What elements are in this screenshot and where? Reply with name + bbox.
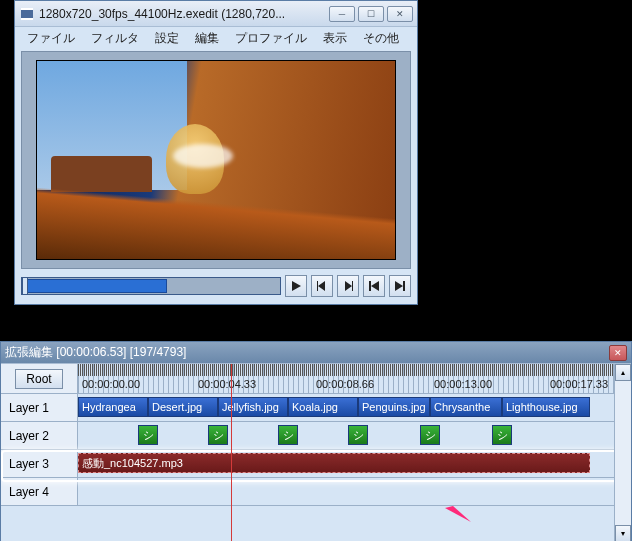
root-button[interactable]: Root bbox=[15, 369, 62, 389]
preview-window: 1280x720_30fps_44100Hz.exedit (1280,720.… bbox=[14, 0, 418, 305]
layer-row: Layer 3感動_nc104527.mp3 bbox=[1, 450, 631, 478]
layer-header[interactable]: Layer 3 bbox=[1, 450, 78, 477]
ruler-tick: 00:00:00.00 bbox=[82, 378, 140, 390]
jump-end-button[interactable] bbox=[389, 275, 411, 297]
preview-area bbox=[21, 51, 411, 269]
layer-row: Layer 2シシシシシシ bbox=[1, 422, 631, 450]
menu-other[interactable]: その他 bbox=[357, 28, 405, 49]
clip-scene[interactable]: シ bbox=[348, 425, 368, 445]
ruler-tick: 00:00:04.33 bbox=[198, 378, 256, 390]
maximize-button[interactable]: ☐ bbox=[358, 6, 384, 22]
clip-scene[interactable]: シ bbox=[492, 425, 512, 445]
clip-img[interactable]: Desert.jpg bbox=[148, 397, 218, 417]
video-preview[interactable] bbox=[36, 60, 396, 260]
menu-settings[interactable]: 設定 bbox=[149, 28, 185, 49]
vertical-scrollbar[interactable]: ▴ ▾ bbox=[614, 364, 631, 541]
seek-head[interactable] bbox=[22, 277, 28, 295]
clip-img[interactable]: Lighthouse.jpg bbox=[502, 397, 590, 417]
app-icon bbox=[19, 6, 35, 22]
seek-bar[interactable] bbox=[21, 277, 281, 295]
preview-titlebar[interactable]: 1280x720_30fps_44100Hz.exedit (1280,720.… bbox=[15, 1, 417, 27]
jump-start-button[interactable] bbox=[363, 275, 385, 297]
clip-img[interactable]: Koala.jpg bbox=[288, 397, 358, 417]
step-forward-button[interactable] bbox=[337, 275, 359, 297]
layer-track[interactable] bbox=[78, 478, 631, 505]
ruler-ticks bbox=[78, 364, 631, 376]
svg-rect-1 bbox=[21, 8, 33, 10]
clip-scene[interactable]: シ bbox=[208, 425, 228, 445]
transport-controls bbox=[21, 271, 411, 301]
clip-scene[interactable]: シ bbox=[420, 425, 440, 445]
minimize-button[interactable]: ─ bbox=[329, 6, 355, 22]
clip-scene[interactable]: シ bbox=[138, 425, 158, 445]
ruler-tick: 00:00:08.66 bbox=[316, 378, 374, 390]
ruler-tick: 00:00:13.00 bbox=[434, 378, 492, 390]
clip-img[interactable]: Penguins.jpg bbox=[358, 397, 430, 417]
clip-img[interactable]: Jellyfish.jpg bbox=[218, 397, 288, 417]
timeline-titlebar[interactable]: 拡張編集 [00:00:06.53] [197/4793] ✕ bbox=[1, 342, 631, 364]
root-cell: Root bbox=[1, 364, 78, 393]
menu-filter[interactable]: フィルタ bbox=[85, 28, 145, 49]
clip-img[interactable]: Chrysanthe bbox=[430, 397, 502, 417]
menubar: ファイル フィルタ 設定 編集 プロファイル 表示 その他 bbox=[15, 27, 417, 49]
ruler-tick: 00:00:17.33 bbox=[550, 378, 608, 390]
seek-progress bbox=[23, 279, 167, 293]
menu-view[interactable]: 表示 bbox=[317, 28, 353, 49]
close-button[interactable]: ✕ bbox=[387, 6, 413, 22]
clip-img[interactable]: Hydrangea bbox=[78, 397, 148, 417]
clip-scene[interactable]: シ bbox=[278, 425, 298, 445]
layer-track[interactable]: 感動_nc104527.mp3 bbox=[78, 450, 631, 477]
step-back-button[interactable] bbox=[311, 275, 333, 297]
preview-title: 1280x720_30fps_44100Hz.exedit (1280,720.… bbox=[39, 7, 329, 21]
time-ruler[interactable]: 00:00:00.00 00:00:04.33 00:00:08.66 00:0… bbox=[78, 364, 631, 393]
timeline-body: Root 00:00:00.00 00:00:04.33 00:00:08.66… bbox=[1, 364, 631, 541]
layer-row: Layer 4 bbox=[1, 478, 631, 506]
menu-file[interactable]: ファイル bbox=[21, 28, 81, 49]
layer-row: Layer 1HydrangeaDesert.jpgJellyfish.jpgK… bbox=[1, 394, 631, 422]
ruler-row: Root 00:00:00.00 00:00:04.33 00:00:08.66… bbox=[1, 364, 631, 394]
layer-header[interactable]: Layer 4 bbox=[1, 478, 78, 505]
layer-header[interactable]: Layer 1 bbox=[1, 394, 78, 421]
timeline-window: 拡張編集 [00:00:06.53] [197/4793] ✕ Root 00:… bbox=[0, 341, 632, 541]
menu-edit[interactable]: 編集 bbox=[189, 28, 225, 49]
layer-track[interactable]: HydrangeaDesert.jpgJellyfish.jpgKoala.jp… bbox=[78, 394, 631, 421]
timeline-close-button[interactable]: ✕ bbox=[609, 345, 627, 361]
svg-rect-2 bbox=[21, 18, 33, 20]
menu-profile[interactable]: プロファイル bbox=[229, 28, 313, 49]
layer-track[interactable]: シシシシシシ bbox=[78, 422, 631, 449]
play-button[interactable] bbox=[285, 275, 307, 297]
layer-header[interactable]: Layer 2 bbox=[1, 422, 78, 449]
clip-audio[interactable]: 感動_nc104527.mp3 bbox=[78, 453, 590, 473]
scroll-down-button[interactable]: ▾ bbox=[615, 525, 631, 541]
timeline-title: 拡張編集 [00:00:06.53] [197/4793] bbox=[5, 344, 609, 361]
scroll-up-button[interactable]: ▴ bbox=[615, 364, 631, 381]
